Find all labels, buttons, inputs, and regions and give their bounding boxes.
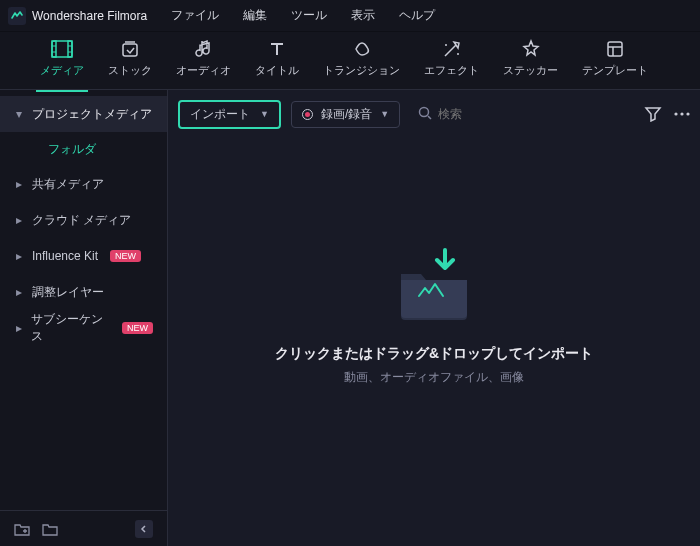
title-icon (266, 39, 288, 59)
tab-label: ストック (108, 63, 152, 78)
tab-effect[interactable]: エフェクト (424, 39, 479, 82)
tab-label: タイトル (255, 63, 299, 78)
empty-subtitle: 動画、オーディオファイル、画像 (344, 369, 524, 386)
stock-icon (119, 39, 141, 59)
app-name: Wondershare Filmora (32, 9, 147, 23)
record-icon (302, 109, 313, 120)
sidebar-item-label: 共有メディア (32, 176, 104, 193)
chevron-right-icon: ▸ (14, 177, 24, 191)
sidebar-item-label: 調整レイヤー (32, 284, 104, 301)
sidebar-item-project-media[interactable]: ▾ プロジェクトメディア (0, 96, 167, 132)
sidebar-item-label: クラウド メディア (32, 212, 131, 229)
empty-drop-zone[interactable]: クリックまたはドラッグ&ドロップしてインポート 動画、オーディオファイル、画像 (168, 138, 700, 546)
sidebar: ▾ プロジェクトメディア フォルダ ▸ 共有メディア ▸ クラウド メディア ▸… (0, 90, 168, 546)
menu-tools[interactable]: ツール (291, 7, 327, 24)
chevron-down-icon: ▾ (14, 107, 24, 121)
tab-title[interactable]: タイトル (255, 39, 299, 82)
menu-help[interactable]: ヘルプ (399, 7, 435, 24)
new-folder-icon[interactable] (14, 521, 30, 537)
tab-template[interactable]: テンプレート (582, 39, 648, 82)
svg-point-9 (445, 44, 447, 46)
sidebar-item-influence-kit[interactable]: ▸ Influence Kit NEW (0, 238, 167, 274)
svg-rect-11 (608, 42, 622, 56)
sidebar-footer (0, 510, 167, 546)
tab-stock[interactable]: ストック (108, 39, 152, 82)
titlebar: Wondershare Filmora ファイル 編集 ツール 表示 ヘルプ (0, 0, 700, 32)
media-toolbar: インポート ▼ 録画/録音 ▼ (168, 90, 700, 138)
tab-transition[interactable]: トランジション (323, 39, 400, 82)
category-tabs: メディア ストック オーディオ タイトル トランジション エフェクト ステッ (0, 32, 700, 90)
template-icon (604, 39, 626, 59)
tab-label: オーディオ (176, 63, 231, 78)
svg-line-15 (428, 116, 431, 119)
sidebar-subitem-label: フォルダ (48, 141, 96, 158)
sidebar-item-label: サブシーケンス (31, 311, 110, 345)
chevron-right-icon: ▸ (14, 213, 24, 227)
search-icon (418, 106, 432, 123)
svg-rect-8 (123, 44, 137, 56)
new-badge: NEW (122, 322, 153, 334)
menu-view[interactable]: 表示 (351, 7, 375, 24)
svg-point-14 (420, 107, 429, 116)
svg-point-10 (457, 53, 459, 55)
tab-label: エフェクト (424, 63, 479, 78)
tab-label: テンプレート (582, 63, 648, 78)
import-folder-icon (389, 238, 479, 331)
chevron-right-icon: ▸ (14, 285, 24, 299)
import-label: インポート (190, 106, 250, 123)
record-label: 録画/録音 (321, 106, 372, 123)
effect-icon (441, 39, 463, 59)
sidebar-subitem-folder[interactable]: フォルダ (0, 132, 167, 166)
tab-label: トランジション (323, 63, 400, 78)
media-icon (51, 39, 73, 59)
record-button[interactable]: 録画/録音 ▼ (291, 101, 400, 128)
tab-media[interactable]: メディア (40, 39, 84, 82)
menubar: ファイル 編集 ツール 表示 ヘルプ (171, 7, 435, 24)
new-badge: NEW (110, 250, 141, 262)
tab-audio[interactable]: オーディオ (176, 39, 231, 82)
sidebar-item-label: プロジェクトメディア (32, 106, 152, 123)
empty-title: クリックまたはドラッグ&ドロップしてインポート (275, 345, 593, 363)
search-field[interactable] (418, 106, 634, 123)
sidebar-item-shared-media[interactable]: ▸ 共有メディア (0, 166, 167, 202)
transition-icon (351, 39, 373, 59)
svg-point-17 (680, 112, 683, 115)
main-panel: インポート ▼ 録画/録音 ▼ (168, 90, 700, 546)
sidebar-item-subsequence[interactable]: ▸ サブシーケンス NEW (0, 310, 167, 346)
sticker-icon (520, 39, 542, 59)
chevron-right-icon: ▸ (14, 249, 24, 263)
sidebar-item-cloud-media[interactable]: ▸ クラウド メディア (0, 202, 167, 238)
svg-rect-2 (52, 41, 56, 57)
chevron-down-icon: ▼ (260, 109, 269, 119)
app-logo-icon (8, 7, 26, 25)
import-button[interactable]: インポート ▼ (178, 100, 281, 129)
sidebar-item-label: Influence Kit (32, 249, 98, 263)
tab-sticker[interactable]: ステッカー (503, 39, 558, 82)
filter-button[interactable] (644, 106, 662, 122)
chevron-right-icon: ▸ (14, 321, 23, 335)
menu-file[interactable]: ファイル (171, 7, 219, 24)
tab-label: ステッカー (503, 63, 558, 78)
sidebar-item-adjustment-layer[interactable]: ▸ 調整レイヤー (0, 274, 167, 310)
more-button[interactable] (674, 112, 690, 116)
svg-rect-1 (52, 41, 72, 57)
svg-point-18 (686, 112, 689, 115)
svg-rect-3 (68, 41, 72, 57)
collapse-sidebar-button[interactable] (135, 520, 153, 538)
menu-edit[interactable]: 編集 (243, 7, 267, 24)
folder-icon[interactable] (42, 521, 58, 537)
tab-label: メディア (40, 63, 84, 78)
chevron-down-icon: ▼ (380, 109, 389, 119)
search-input[interactable] (438, 107, 518, 121)
audio-icon (193, 39, 215, 59)
svg-point-16 (674, 112, 677, 115)
